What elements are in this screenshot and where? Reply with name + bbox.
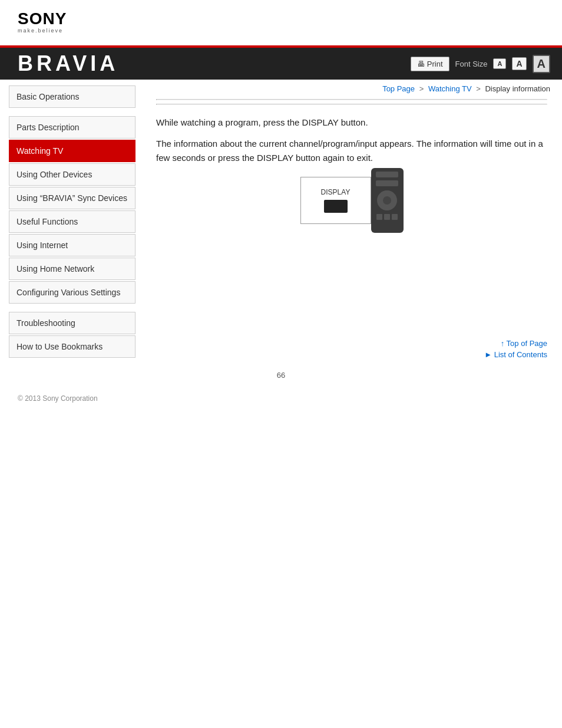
- sidebar: Basic Operations Parts Description Watch…: [0, 80, 144, 365]
- sidebar-item-useful-functions[interactable]: Useful Functions: [9, 210, 135, 233]
- bottom-footer: © 2013 Sony Corporation: [0, 383, 562, 414]
- list-of-contents-link[interactable]: ► List of Contents: [156, 350, 547, 359]
- sidebar-item-basic-operations[interactable]: Basic Operations: [9, 85, 135, 108]
- footer-links: ↑ Top of Page ► List of Contents: [144, 333, 562, 365]
- sidebar-item-parts-description[interactable]: Parts Description: [9, 116, 135, 139]
- remote-illustration: DISPLAY: [156, 177, 547, 233]
- remote-top-button: [376, 172, 398, 177]
- divider-top: [156, 99, 547, 100]
- sidebar-item-using-home-network[interactable]: Using Home Network: [9, 258, 135, 280]
- print-icon: 🖶: [417, 60, 425, 68]
- sidebar-item-troubleshooting[interactable]: Troubleshooting: [9, 312, 135, 334]
- remote-small-btn-2: [384, 214, 390, 220]
- sony-logo: SONY: [18, 11, 544, 27]
- breadcrumb-current: Display information: [485, 84, 550, 93]
- display-box: DISPLAY: [300, 177, 371, 224]
- sony-tagline: make.believe: [18, 28, 544, 34]
- breadcrumb: Top Page > Watching TV > Display informa…: [144, 80, 562, 93]
- sidebar-item-watching-tv[interactable]: Watching TV: [9, 140, 135, 162]
- main-layout: Basic Operations Parts Description Watch…: [0, 80, 562, 365]
- print-button[interactable]: 🖶 Print: [411, 57, 449, 71]
- right-area: Top Page > Watching TV > Display informa…: [144, 80, 562, 365]
- content-para1: While watching a program, press the DISP…: [156, 116, 547, 130]
- bravia-header: BRAVIA 🖶 Print Font Size A A A: [0, 45, 562, 80]
- display-button-area: DISPLAY: [300, 177, 404, 233]
- remote-dpad-center: [383, 196, 391, 205]
- top-of-page-link[interactable]: ↑ Top of Page: [156, 339, 547, 348]
- breadcrumb-top-page[interactable]: Top Page: [382, 84, 415, 93]
- breadcrumb-sep2: >: [476, 84, 481, 93]
- breadcrumb-sep1: >: [419, 84, 424, 93]
- divider-bottom: [156, 104, 547, 105]
- copyright-text: © 2013 Sony Corporation: [18, 394, 98, 403]
- sidebar-item-using-other-devices[interactable]: Using Other Devices: [9, 163, 135, 186]
- page-number: 66: [0, 365, 562, 383]
- remote-dpad: [377, 190, 397, 210]
- font-large-button[interactable]: A: [533, 55, 550, 73]
- sidebar-item-how-to-use-bookmarks[interactable]: How to Use Bookmarks: [9, 335, 135, 358]
- bravia-title: BRAVIA: [0, 51, 118, 76]
- content-para2: The information about the current channe…: [156, 137, 547, 165]
- sidebar-item-using-bravia-sync[interactable]: Using “BRAVIA” Sync Devices: [9, 187, 135, 209]
- remote-small-buttons: [376, 214, 398, 220]
- display-button-rect: [324, 200, 348, 213]
- content-body: While watching a program, press the DISP…: [156, 116, 547, 165]
- sidebar-item-using-internet[interactable]: Using Internet: [9, 234, 135, 256]
- remote-top-button2: [376, 180, 398, 186]
- logo-area: SONY make.believe: [0, 0, 562, 39]
- remote-small-btn-1: [376, 214, 382, 220]
- content-area: While watching a program, press the DISP…: [144, 93, 562, 333]
- font-small-button[interactable]: A: [493, 58, 506, 69]
- remote-body: [371, 168, 404, 233]
- remote-small-btn-3: [392, 214, 398, 220]
- font-size-label: Font Size: [455, 60, 488, 68]
- font-medium-button[interactable]: A: [512, 57, 526, 70]
- print-label: Print: [427, 60, 443, 68]
- display-label: DISPLAY: [321, 188, 351, 196]
- header-controls: 🖶 Print Font Size A A A: [411, 55, 562, 73]
- sidebar-item-configuring-settings[interactable]: Configuring Various Settings: [9, 281, 135, 304]
- breadcrumb-watching-tv[interactable]: Watching TV: [428, 84, 472, 93]
